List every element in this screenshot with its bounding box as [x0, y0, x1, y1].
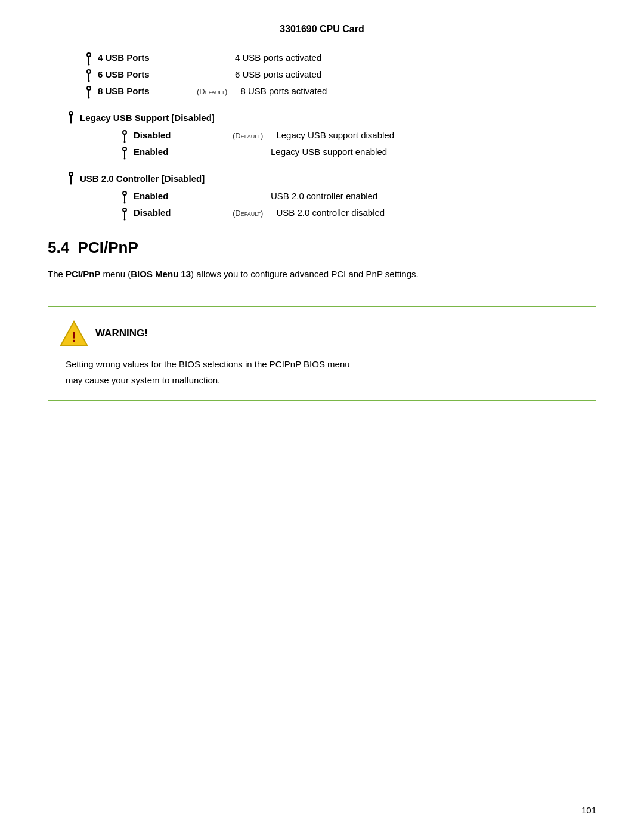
ctrl-disabled-icon: [119, 208, 130, 221]
usb-bullet-icon-1: [83, 52, 94, 66]
warning-text-line1: Setting wrong values for the BIOS select…: [66, 359, 350, 369]
section-54-paragraph: The PCI/PnP menu (BIOS Menu 13) allows y…: [48, 267, 561, 282]
svg-point-24: [123, 208, 126, 212]
legacy-enabled-label: Enabled: [134, 147, 229, 157]
warning-text-line2: may cause your system to malfunction.: [66, 375, 220, 385]
usb-8-default: (Default): [197, 87, 227, 96]
usb-controller-section-label: USB 2.0 Controller [Disabled]: [80, 174, 205, 184]
ctrl-enabled-row: Enabled USB 2.0 controller enabled: [48, 191, 596, 204]
svg-point-3: [87, 70, 91, 73]
legacy-disabled-icon: [119, 130, 130, 143]
svg-point-26: [124, 219, 126, 221]
ctrl-disabled-label: Disabled: [134, 208, 229, 218]
legacy-disabled-row: Disabled (Default) Legacy USB support di…: [48, 130, 596, 143]
header-title: 3301690 CPU Card: [280, 24, 364, 34]
legacy-usb-section: Legacy USB Support [Disabled] Disabled (…: [48, 111, 596, 160]
usb-controller-bullet-icon: [66, 172, 76, 185]
legacy-usb-header: Legacy USB Support [Disabled]: [48, 111, 596, 124]
warning-box: ! WARNING! Setting wrong values for the …: [48, 306, 596, 401]
warning-text: Setting wrong values for the BIOS select…: [60, 356, 584, 388]
usb-bullet-icon-2: [83, 69, 94, 82]
usb-4-label: 4 USB Ports: [98, 52, 193, 63]
section-54-title: 5.4 PCI/PnP: [48, 239, 596, 257]
svg-point-21: [123, 191, 126, 195]
svg-point-15: [123, 147, 126, 151]
usb-controller-header: USB 2.0 Controller [Disabled]: [48, 172, 596, 185]
svg-point-11: [70, 122, 72, 124]
page-number: 101: [581, 805, 596, 815]
legacy-enabled-desc: Legacy USB support enabled: [271, 147, 387, 157]
usb-bullet-icon-3: [83, 86, 94, 99]
svg-point-14: [124, 141, 126, 143]
usb-8-row: 8 USB Ports (Default) 8 USB ports activa…: [48, 86, 596, 99]
legacy-disabled-label: Disabled: [134, 130, 229, 140]
ctrl-disabled-desc: USB 2.0 controller disabled: [276, 208, 385, 218]
usb-8-label: 8 USB Ports: [98, 86, 193, 96]
svg-point-0: [87, 53, 91, 57]
legacy-enabled-row: Enabled Legacy USB support enabled: [48, 147, 596, 160]
svg-point-12: [123, 131, 126, 134]
usb-6-desc: 6 USB ports activated: [235, 69, 321, 79]
ctrl-disabled-row: Disabled (Default) USB 2.0 controller di…: [48, 208, 596, 221]
svg-point-9: [69, 112, 73, 115]
usb-controller-section: USB 2.0 Controller [Disabled] Enabled US…: [48, 172, 596, 221]
legacy-disabled-desc: Legacy USB support disabled: [276, 130, 394, 140]
page-container: 3301690 CPU Card 4 USB Ports 4 USB ports…: [0, 0, 644, 833]
section-54: 5.4 PCI/PnP The PCI/PnP menu (BIOS Menu …: [48, 239, 596, 282]
svg-point-23: [124, 202, 126, 204]
ctrl-enabled-icon: [119, 191, 130, 204]
svg-point-20: [70, 183, 72, 185]
warning-header: ! WARNING!: [60, 319, 584, 348]
bios-menu-bold: BIOS Menu 13: [131, 269, 191, 279]
usb-4-desc: 4 USB ports activated: [235, 52, 321, 63]
usb-ports-section: 4 USB Ports 4 USB ports activated 6 USB …: [48, 52, 596, 99]
ctrl-enabled-label: Enabled: [134, 191, 229, 201]
usb-6-row: 6 USB Ports 6 USB ports activated: [48, 69, 596, 82]
legacy-enabled-icon: [119, 147, 130, 160]
usb-6-label: 6 USB Ports: [98, 69, 193, 79]
legacy-usb-section-label: Legacy USB Support [Disabled]: [80, 113, 215, 123]
ctrl-disabled-default: (Default): [233, 209, 263, 218]
legacy-disabled-default: (Default): [233, 131, 263, 140]
warning-title: WARNING!: [95, 327, 148, 339]
pci-pnp-bold: PCI/PnP: [66, 269, 100, 279]
legacy-usb-bullet-icon: [66, 111, 76, 124]
page-header: 3301690 CPU Card: [48, 24, 596, 35]
svg-point-8: [88, 97, 90, 99]
svg-point-17: [124, 158, 126, 160]
svg-point-2: [88, 64, 90, 66]
usb-8-desc: 8 USB ports activated: [240, 86, 327, 96]
svg-point-6: [87, 86, 91, 90]
svg-point-5: [88, 80, 90, 82]
svg-point-18: [69, 172, 73, 176]
ctrl-enabled-desc: USB 2.0 controller enabled: [271, 191, 377, 201]
warning-triangle-icon: !: [60, 319, 88, 348]
usb-4-row: 4 USB Ports 4 USB ports activated: [48, 52, 596, 66]
svg-text:!: !: [72, 329, 76, 345]
